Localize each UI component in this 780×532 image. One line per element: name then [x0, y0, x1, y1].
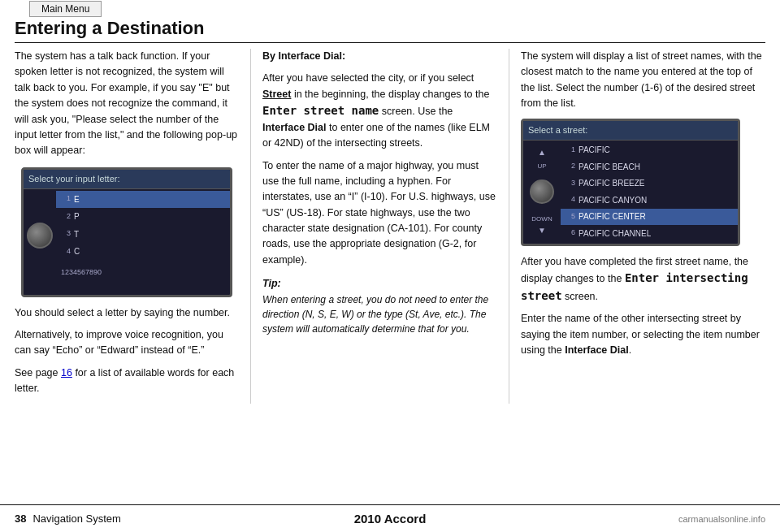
- col-left-para4-pre: See page: [15, 367, 61, 378]
- interface-dial-ref2: Interface Dial: [565, 344, 629, 356]
- col-right: The system will display a list of street…: [509, 49, 765, 404]
- col-right-period: .: [629, 344, 631, 356]
- street-label-2: PACIFIC BEACH: [578, 161, 640, 174]
- top-menu-bar: Main Menu: [0, 0, 780, 18]
- col-left-para1: The system has a talk back function. If …: [15, 49, 239, 159]
- col-right-para3-text: Enter the name of the other intersecting…: [521, 313, 760, 356]
- footer-left: 38 Navigation System: [15, 513, 121, 525]
- street-dial-col: ▲UP DOWN▼: [523, 141, 561, 244]
- nav-list-label-2: P: [74, 210, 80, 223]
- nav-list-num-1: 1: [61, 193, 71, 205]
- footer-page-number: 38: [15, 513, 26, 525]
- by-interface-dial-heading: By Interface Dial:: [262, 50, 345, 62]
- street-dial-circle: [530, 179, 554, 204]
- street-label-5: PACIFIC CENTER: [578, 210, 646, 223]
- street-num-5: 5: [566, 211, 575, 223]
- up-arrow-icon: ▲UP: [537, 146, 546, 171]
- col-right-para2-post: screen.: [562, 291, 598, 302]
- input-letter-screen: Select your input letter: 1 E 2 P 3: [21, 167, 232, 297]
- nav-list-item-3: 3 T: [56, 226, 230, 244]
- street-list: 1 PACIFIC 2 PACIFIC BEACH 3 PACIFIC BREE…: [561, 141, 738, 244]
- street-num-1: 1: [566, 145, 575, 156]
- col-middle-heading: By Interface Dial:: [262, 49, 497, 64]
- nav-screen-body: 1 E 2 P 3 T 4 C 1234567890: [24, 189, 230, 282]
- nav-dial: [24, 189, 56, 282]
- footer-watermark: carmanualsonline.info: [678, 514, 765, 524]
- nav-screen-header: Select your input letter:: [24, 170, 230, 189]
- footer: 38 Navigation System 2010 Accord carmanu…: [0, 504, 780, 532]
- select-street-screen: Select a street: ▲UP DOWN▼ 1 PACIFIC 2 P…: [521, 119, 740, 246]
- street-item-1: 1 PACIFIC: [561, 142, 738, 159]
- footer-center-text: 2010 Accord: [354, 512, 427, 526]
- street-label-6: PACIFIC CHANNEL: [578, 227, 651, 240]
- street-label-1: PACIFIC: [578, 144, 610, 157]
- nav-list-item-4: 4 C: [56, 243, 230, 261]
- street-label-3: PACIFIC BREEZE: [578, 177, 645, 190]
- down-arrow-icon: DOWN▼: [531, 212, 552, 237]
- title-rule: [15, 42, 765, 43]
- nav-list-label-1: E: [74, 193, 80, 206]
- nav-list-num-2: 2: [61, 211, 71, 223]
- tip-text: When entering a street, you do not need …: [262, 292, 497, 336]
- enter-street-name-label: Enter street name: [262, 104, 379, 117]
- col-right-para1: The system will display a list of street…: [521, 49, 765, 112]
- nav-list-label-4: C: [74, 245, 80, 258]
- nav-list-label-3: T: [74, 228, 79, 241]
- nav-keypad: 1234567890: [56, 266, 230, 280]
- dial-circle: [27, 223, 53, 249]
- nav-list-item-1: 1 E: [56, 191, 230, 209]
- col-middle-para1: After you have selected the city, or if …: [262, 71, 497, 151]
- content-area: The system has a talk back function. If …: [15, 49, 765, 404]
- nav-list-item-2: 2 P: [56, 208, 230, 226]
- page-title: Entering a Destination: [15, 18, 204, 39]
- footer-nav-system: Navigation System: [32, 513, 120, 525]
- street-item-3: 3 PACIFIC BREEZE: [561, 175, 738, 192]
- street-num-3: 3: [566, 178, 575, 189]
- street-item-4: 4 PACIFIC CANYON: [561, 192, 738, 209]
- street-label: Street: [262, 89, 291, 100]
- street-screen-body: ▲UP DOWN▼ 1 PACIFIC 2 PACIFIC BEACH 3: [523, 141, 738, 244]
- col-right-para3: Enter the name of the other intersecting…: [521, 311, 765, 358]
- street-item-5: 5 PACIFIC CENTER: [561, 209, 738, 226]
- street-label-4: PACIFIC CANYON: [578, 194, 647, 207]
- tip-section: Tip: When entering a street, you do not …: [262, 276, 497, 335]
- nav-list-num-3: 3: [61, 228, 71, 240]
- col-left: The system has a talk back function. If …: [15, 49, 250, 404]
- interface-dial-ref1: Interface Dial: [262, 122, 327, 133]
- col-right-para2: After you have completed the first stree…: [521, 254, 765, 305]
- col-left-para2: You should select a letter by saying the…: [15, 305, 239, 321]
- col-left-para4: See page 16 for a list of available word…: [15, 365, 239, 397]
- street-item-6: 6 PACIFIC CHANNEL: [561, 225, 738, 242]
- street-num-2: 2: [566, 161, 575, 172]
- col-left-para3: Alternatively, to improve voice recognit…: [15, 327, 239, 359]
- main-menu-tab[interactable]: Main Menu: [29, 1, 102, 17]
- nav-list: 1 E 2 P 3 T 4 C 1234567890: [56, 189, 230, 282]
- street-num-4: 4: [566, 194, 575, 205]
- street-screen-header: Select a street:: [523, 121, 738, 141]
- tip-label: Tip:: [262, 276, 497, 292]
- nav-list-num-4: 4: [61, 246, 71, 257]
- street-item-2: 2 PACIFIC BEACH: [561, 158, 738, 175]
- col-middle-para2: To enter the name of a major highway, yo…: [262, 158, 497, 269]
- col-middle: By Interface Dial: After you have select…: [250, 49, 509, 404]
- col-left-para4-link[interactable]: 16: [61, 367, 72, 378]
- street-num-6: 6: [566, 227, 575, 239]
